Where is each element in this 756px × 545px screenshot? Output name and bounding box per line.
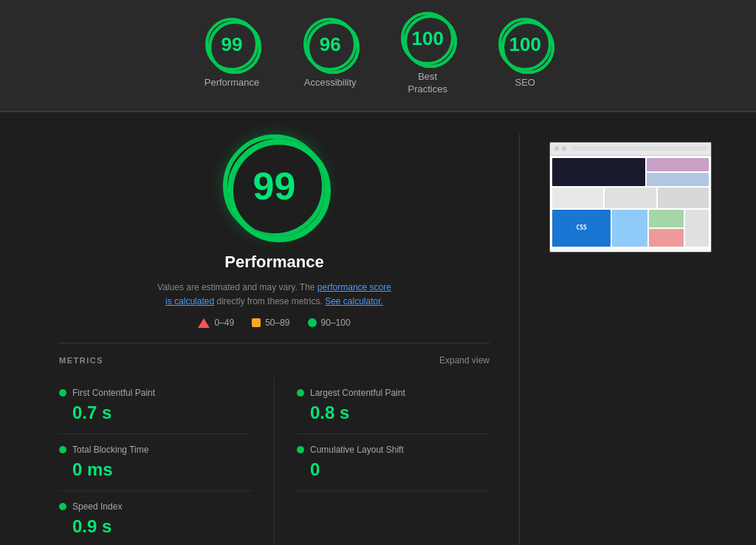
metrics-title: METRICS bbox=[59, 356, 103, 365]
score-circle-seo: 100 bbox=[498, 18, 551, 71]
preview-css-text: CSS bbox=[576, 224, 586, 231]
score-label-best-practices: BestPractices bbox=[408, 71, 447, 96]
preview-dark-block bbox=[552, 158, 645, 186]
metric-tbt-dot bbox=[59, 446, 66, 453]
metric-si-label: Speed Index bbox=[72, 501, 122, 512]
metric-tbt-value: 0 ms bbox=[59, 459, 252, 480]
metric-lcp-value: 0.8 s bbox=[297, 402, 489, 423]
left-panel: 99 Performance Values are estimated and … bbox=[59, 134, 489, 545]
metrics-header: METRICS Expand view bbox=[59, 343, 489, 377]
preview-lightblue bbox=[612, 210, 647, 247]
metric-si-name: Speed Index bbox=[59, 501, 252, 512]
score-label-accessibility: Accessibility bbox=[304, 77, 357, 89]
big-score-circle: 99 bbox=[223, 134, 326, 238]
preview-gray-1 bbox=[552, 188, 603, 208]
website-preview: CSS bbox=[549, 142, 712, 253]
metric-si: Speed Index 0.9 s bbox=[59, 491, 252, 545]
metric-cls-name: Cumulative Layout Shift bbox=[297, 445, 489, 455]
metric-fcp-name: First Contentful Paint bbox=[59, 388, 252, 398]
preview-pink-block bbox=[647, 158, 709, 171]
preview-gray-3 bbox=[658, 188, 709, 208]
right-panel: CSS bbox=[549, 134, 712, 545]
metric-cls-dot bbox=[297, 446, 304, 453]
legend-orange: 50–89 bbox=[252, 318, 289, 328]
preview-row-1 bbox=[552, 158, 709, 186]
score-value-performance: 99 bbox=[221, 33, 243, 56]
metric-si-value: 0.9 s bbox=[59, 516, 252, 537]
score-item-seo[interactable]: 100 SEO bbox=[498, 18, 551, 89]
score-item-best-practices[interactable]: 100 BestPractices bbox=[401, 12, 454, 96]
score-circle-performance: 99 bbox=[205, 18, 258, 71]
metric-lcp-name: Largest Contentful Paint bbox=[297, 388, 489, 398]
score-description: Values are estimated and may vary. The p… bbox=[157, 281, 391, 309]
score-item-accessibility[interactable]: 96 Accessibility bbox=[303, 18, 357, 89]
metric-cls-value: 0 bbox=[297, 459, 489, 480]
legend-red: 0–49 bbox=[198, 318, 234, 328]
preview-url-bar bbox=[572, 146, 707, 151]
big-score-label: Performance bbox=[224, 253, 324, 272]
score-label-seo: SEO bbox=[515, 77, 535, 89]
metrics-grid: First Contentful Paint 0.7 s Total Block… bbox=[59, 377, 489, 545]
legend-red-label: 0–49 bbox=[214, 318, 234, 328]
legend-green: 90–100 bbox=[308, 318, 351, 328]
preview-row-3: CSS bbox=[552, 210, 709, 247]
metric-fcp-dot bbox=[59, 389, 66, 397]
metric-lcp: Largest Contentful Paint 0.8 s bbox=[297, 377, 489, 434]
preview-browser-bar bbox=[550, 143, 711, 156]
red-triangle-icon bbox=[198, 318, 210, 328]
metrics-right-col: Largest Contentful Paint 0.8 s Cumulativ… bbox=[275, 377, 489, 545]
legend-orange-label: 50–89 bbox=[265, 318, 289, 328]
metric-fcp-label: First Contentful Paint bbox=[72, 388, 155, 398]
score-item-performance[interactable]: 99 Performance bbox=[205, 18, 259, 89]
preview-small-gray bbox=[685, 210, 709, 247]
metric-fcp-value: 0.7 s bbox=[59, 402, 252, 423]
metric-tbt: Total Blocking Time 0 ms bbox=[59, 434, 252, 491]
preview-blue-block bbox=[647, 173, 709, 186]
legend-green-label: 90–100 bbox=[321, 318, 351, 328]
metrics-left-col: First Contentful Paint 0.7 s Total Block… bbox=[59, 377, 275, 545]
score-centered: 99 Performance Values are estimated and … bbox=[59, 134, 489, 328]
metric-lcp-label: Largest Contentful Paint bbox=[310, 388, 405, 398]
calculator-link[interactable]: See calculator. bbox=[325, 296, 383, 306]
score-circle-accessibility: 96 bbox=[303, 18, 357, 71]
big-score-value: 99 bbox=[253, 164, 296, 208]
preview-red bbox=[649, 229, 684, 247]
score-value-seo: 100 bbox=[509, 33, 541, 56]
metric-si-dot bbox=[59, 503, 66, 510]
preview-row-2 bbox=[552, 188, 709, 208]
score-value-accessibility: 96 bbox=[320, 33, 341, 56]
preview-dot-1 bbox=[554, 146, 559, 151]
metric-tbt-label: Total Blocking Time bbox=[72, 445, 148, 455]
score-label-performance: Performance bbox=[205, 77, 259, 89]
metric-cls-label: Cumulative Layout Shift bbox=[310, 445, 404, 455]
metric-tbt-name: Total Blocking Time bbox=[59, 445, 252, 455]
preview-right-col-2 bbox=[649, 210, 684, 247]
score-value-best-practices: 100 bbox=[412, 27, 444, 50]
score-circle-best-practices: 100 bbox=[401, 12, 454, 65]
preview-gray-2 bbox=[605, 188, 656, 208]
preview-css-block: CSS bbox=[552, 210, 611, 247]
preview-green bbox=[649, 210, 684, 227]
score-legend: 0–49 50–89 90–100 bbox=[198, 318, 350, 328]
green-dot-icon bbox=[308, 318, 317, 327]
preview-content: CSS bbox=[550, 156, 711, 249]
preview-dot-2 bbox=[562, 146, 566, 151]
metric-lcp-dot bbox=[297, 389, 304, 397]
orange-square-icon bbox=[252, 318, 261, 327]
expand-view-button[interactable]: Expand view bbox=[439, 355, 489, 366]
preview-side-col bbox=[647, 158, 709, 186]
vertical-divider bbox=[519, 134, 520, 545]
main-content: 99 Performance Values are estimated and … bbox=[0, 112, 756, 545]
top-score-bar: 99 Performance 96 Accessibility 100 Best… bbox=[0, 0, 756, 112]
metric-cls: Cumulative Layout Shift 0 bbox=[297, 434, 489, 491]
metric-fcp: First Contentful Paint 0.7 s bbox=[59, 377, 252, 434]
